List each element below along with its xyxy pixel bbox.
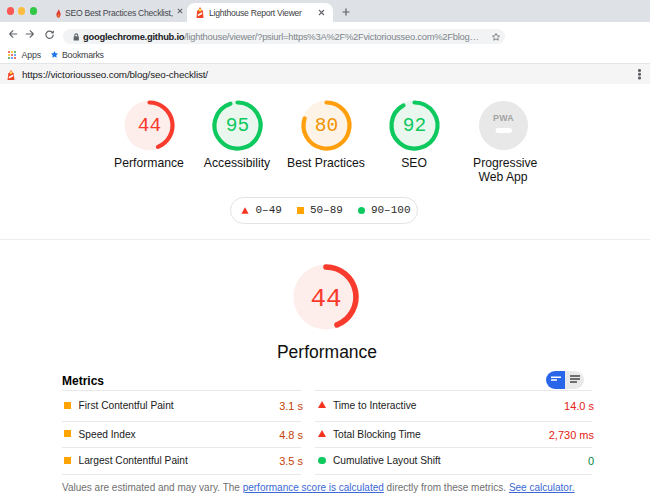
svg-text:92: 92 bbox=[403, 115, 426, 137]
svg-text:44: 44 bbox=[138, 115, 161, 137]
svg-text:80: 80 bbox=[314, 115, 337, 137]
svg-text:44: 44 bbox=[310, 284, 341, 314]
svg-text:95: 95 bbox=[226, 115, 249, 137]
svg-text:PWA: PWA bbox=[493, 113, 514, 123]
